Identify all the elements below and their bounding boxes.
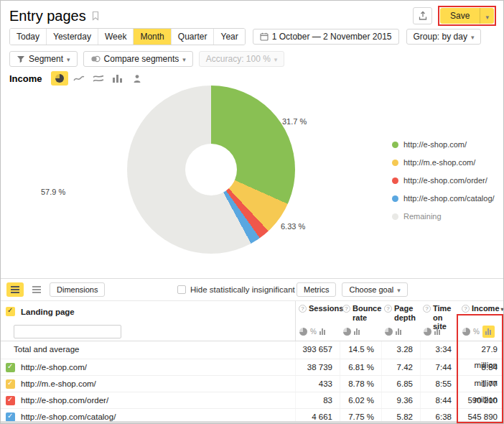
export-button[interactable] [413, 7, 432, 24]
page-depth-header[interactable]: Page depth [381, 301, 420, 322]
pie-metric-icon[interactable] [385, 328, 393, 336]
pie-metric-icon[interactable] [299, 328, 307, 336]
search-input[interactable] [14, 325, 121, 338]
accuracy-dropdown: Accuracy: 100 % [199, 51, 285, 67]
pie-metric-icon[interactable] [424, 328, 431, 336]
time-view-options [420, 322, 459, 341]
help-icon[interactable] [462, 305, 470, 313]
time-on-site-value: 8:44 [420, 392, 459, 408]
stacked-chart-type-button[interactable] [90, 71, 107, 86]
slice-label-m-e-shop: 6.33 % [281, 222, 305, 231]
bars-metric-icon[interactable] [434, 328, 441, 335]
list-view-button[interactable] [6, 282, 24, 297]
list-view-icon [11, 286, 19, 293]
legend-item-m-e-shop[interactable]: http://m.e-shop.com/ [392, 158, 495, 167]
pie-chart-type-button[interactable] [51, 71, 68, 86]
dimensions-button[interactable]: Dimensions [50, 282, 105, 297]
row-checkbox[interactable] [6, 363, 15, 372]
table-row[interactable]: http://m.e-shop.com/ 433 8.78 % 6.85 8:5… [1, 375, 504, 392]
select-all-checkbox[interactable] [6, 307, 15, 316]
segment-filter-row: Segment Compare segments Accuracy: 100 % [1, 45, 503, 67]
row-checkbox[interactable] [6, 396, 15, 405]
legend-item-order[interactable]: http://e-shop.com/order/ [392, 176, 495, 185]
table-header-row: Landing page Sessions Bounce rate Page d… [1, 300, 504, 322]
chevron-down-icon [471, 32, 475, 42]
pie-metric-icon[interactable] [343, 328, 351, 336]
line-chart-type-button[interactable] [70, 71, 88, 86]
legend-item-catalog[interactable]: http://e-shop.com/catalog/ [392, 194, 495, 203]
bars-metric-icon[interactable] [319, 328, 326, 335]
choose-goal-button[interactable]: Choose goal [342, 282, 407, 297]
segment-dropdown[interactable]: Segment [9, 51, 78, 67]
stacked-chart-icon [93, 74, 104, 83]
group-by-dropdown[interactable]: Group: by day [406, 29, 482, 45]
group-by-label: Group: by day [414, 32, 467, 42]
date-filter-row: Today Yesterday Week Month Quarter Year … [1, 25, 503, 45]
help-icon[interactable] [384, 305, 392, 313]
slice-label-e-shop: 31.7 % [282, 117, 307, 126]
save-dropdown-arrow[interactable] [480, 9, 494, 22]
income-value: 1.77 million [459, 376, 504, 392]
visitors-chart-type-button[interactable] [129, 71, 146, 86]
percent-metric-icon[interactable] [473, 328, 480, 336]
sessions-view-options [295, 322, 340, 341]
row-checkbox[interactable] [6, 379, 15, 389]
hide-insignificant-label: Hide statistically insignificant data [190, 285, 313, 294]
checkbox-icon[interactable] [177, 285, 186, 294]
calendar-icon [260, 32, 269, 41]
save-button[interactable]: Save [440, 11, 480, 21]
time-on-site-value: 7:44 [420, 359, 459, 375]
legend-dot [392, 178, 398, 184]
sessions-header[interactable]: Sessions [295, 301, 340, 322]
table-row[interactable]: http://e-shop.com/ 38 739 6.81 % 7.42 7:… [1, 359, 504, 375]
total-row: Total and average 393 657 14.5 % 3.28 3:… [1, 341, 504, 359]
tab-week[interactable]: Week [98, 29, 133, 45]
tab-month[interactable]: Month [133, 29, 170, 45]
bars-metric-icon-active[interactable] [482, 326, 495, 338]
income-header-sorted[interactable]: Income [459, 301, 504, 322]
column-chart-type-button[interactable] [109, 71, 126, 86]
bookmark-icon[interactable] [91, 11, 100, 21]
table-toolbar: Dimensions Hide statistically insignific… [1, 279, 503, 300]
income-donut-chart[interactable] [127, 86, 295, 254]
tab-year[interactable]: Year [213, 29, 244, 45]
bars-metric-icon[interactable] [396, 328, 402, 335]
income-bar [462, 370, 490, 373]
compare-segments-label: Compare segments [104, 54, 179, 64]
segment-label: Segment [29, 54, 63, 64]
help-icon[interactable] [423, 305, 431, 313]
landing-page-link[interactable]: http://e-shop.com/ [21, 363, 87, 372]
legend-dot [392, 142, 398, 148]
table-row[interactable]: http://e-shop.com/order/ 83 6.02 % 9.36 … [1, 392, 504, 408]
total-sessions: 393 657 [295, 341, 340, 359]
page-depth-value: 6.85 [381, 376, 420, 392]
income-bar [462, 403, 490, 406]
landing-page-link[interactable]: http://m.e-shop.com/ [21, 379, 96, 388]
percent-metric-icon[interactable] [310, 328, 317, 336]
tab-yesterday[interactable]: Yesterday [46, 29, 98, 45]
row-checkbox[interactable] [6, 413, 15, 422]
metrics-button[interactable]: Metrics [297, 282, 336, 297]
save-annotation-box: Save [438, 6, 496, 26]
help-icon[interactable] [342, 305, 350, 313]
pie-metric-icon[interactable] [462, 328, 470, 336]
tree-view-button[interactable] [28, 282, 45, 297]
legend-item-remaining[interactable]: Remaining [392, 212, 495, 221]
income-bar [462, 387, 490, 390]
date-range-picker[interactable]: 1 October — 2 November 2015 [253, 29, 399, 45]
compare-segments-dropdown[interactable]: Compare segments [83, 51, 193, 67]
landing-page-link[interactable]: http://e-shop.com/order/ [21, 396, 108, 405]
bars-metric-icon[interactable] [354, 328, 360, 335]
chart-area: 31.7 % 6.33 % 57.9 % http://e-shop.com/ … [1, 86, 503, 278]
header-actions: Save [413, 6, 496, 26]
tab-quarter[interactable]: Quarter [171, 29, 214, 45]
tab-today[interactable]: Today [10, 29, 46, 45]
column-chart-icon [112, 74, 123, 83]
landing-page-link[interactable]: http://e-shop.com/catalog/ [21, 413, 116, 421]
choose-goal-label: Choose goal [349, 285, 393, 294]
time-on-site-header[interactable]: Time on site [420, 301, 459, 322]
tree-view-icon [32, 286, 41, 293]
help-icon[interactable] [299, 305, 307, 313]
bounce-rate-header[interactable]: Bounce rate [340, 301, 381, 322]
legend-item-e-shop[interactable]: http://e-shop.com/ [392, 140, 495, 149]
